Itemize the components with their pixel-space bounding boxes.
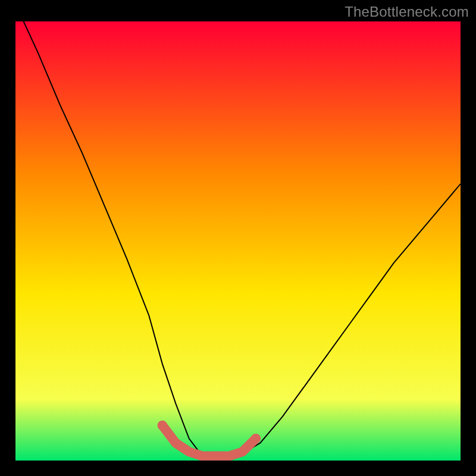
highlight-dot-left: [158, 421, 167, 430]
bottleneck-chart: [15, 21, 461, 461]
chart-frame: TheBottleneck.com: [0, 0, 476, 476]
highlight-dot-right: [251, 434, 261, 443]
gradient-bg: [15, 21, 461, 461]
watermark-text: TheBottleneck.com: [345, 4, 469, 20]
plot-area: [15, 21, 461, 461]
